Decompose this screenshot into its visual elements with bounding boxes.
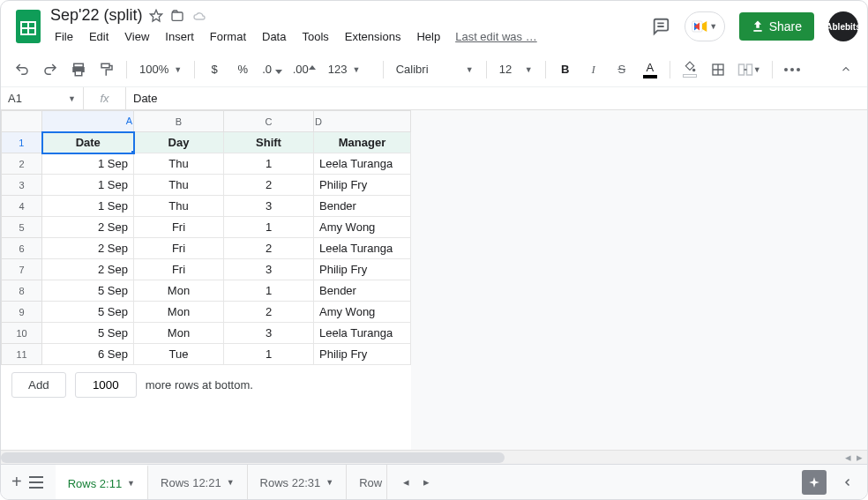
cell[interactable]: Tue <box>134 344 224 365</box>
meet-button[interactable]: ▼ <box>685 11 725 41</box>
cell[interactable]: 5 Sep <box>42 302 134 323</box>
row-header[interactable]: 5 <box>2 217 42 238</box>
cell[interactable]: Fri <box>134 238 224 259</box>
font-size-select[interactable]: 12▼ <box>494 57 538 82</box>
cell[interactable]: 6 Sep <box>42 344 134 365</box>
row-header[interactable]: 1 <box>2 132 42 153</box>
cell[interactable]: 2 Sep <box>42 259 134 280</box>
menu-data[interactable]: Data <box>256 26 292 47</box>
grid-scroll-area[interactable]: A B C D 1DateDayShiftManager21 SepThu1Le… <box>1 110 867 450</box>
chevron-down-icon[interactable]: ▼ <box>227 478 235 487</box>
strikethrough-button[interactable]: S <box>610 57 634 82</box>
cell[interactable]: Philip Fry <box>314 175 411 196</box>
menu-tools[interactable]: Tools <box>296 26 334 47</box>
cell[interactable]: 1 <box>224 280 314 302</box>
menu-format[interactable]: Format <box>204 26 252 47</box>
cell[interactable]: Bender <box>314 280 411 302</box>
select-all-corner[interactable] <box>2 111 42 132</box>
merge-cells-button[interactable]: ▼ <box>734 57 765 82</box>
row-header[interactable]: 8 <box>2 280 42 302</box>
cell[interactable]: 1 <box>224 153 314 175</box>
cell[interactable]: Leela Turanga <box>314 323 411 344</box>
last-edit-link[interactable]: Last edit was … <box>455 30 537 43</box>
cell[interactable]: 2 <box>224 175 314 196</box>
cell[interactable]: 1 <box>224 217 314 238</box>
tab-next-button[interactable]: ▸ <box>423 475 430 489</box>
zoom-select[interactable]: 100%▼ <box>134 57 187 82</box>
sheet-tab[interactable]: Row <box>347 465 387 500</box>
cell[interactable]: Date <box>42 132 134 153</box>
undo-button[interactable] <box>10 57 34 82</box>
cell[interactable]: 1 Sep <box>42 175 134 196</box>
cell[interactable]: Mon <box>134 302 224 323</box>
cell[interactable]: 3 <box>224 196 314 217</box>
italic-button[interactable]: I <box>581 57 606 82</box>
row-header[interactable]: 4 <box>2 196 42 217</box>
cell[interactable]: Mon <box>134 323 224 344</box>
chevron-down-icon[interactable]: ▼ <box>326 478 333 487</box>
cell[interactable]: 2 <box>224 238 314 259</box>
sheet-tab[interactable]: Rows 12:21▼ <box>148 465 248 500</box>
row-header[interactable]: 10 <box>2 323 42 344</box>
font-select[interactable]: Calibri▼ <box>391 57 479 82</box>
cell[interactable]: 1 <box>224 344 314 365</box>
doc-title[interactable]: Sep'22 (split) <box>50 6 142 25</box>
sheet-tab[interactable]: Rows 22:31▼ <box>248 465 348 500</box>
row-header[interactable]: 3 <box>2 175 42 196</box>
menu-view[interactable]: View <box>118 26 155 47</box>
row-header[interactable]: 2 <box>2 153 42 175</box>
sheet-tab[interactable]: Rows 2:11▼ <box>56 465 148 500</box>
cell[interactable]: Amy Wong <box>314 302 411 323</box>
menu-insert[interactable]: Insert <box>159 26 200 47</box>
side-panel-toggle[interactable] <box>834 477 862 488</box>
menu-extensions[interactable]: Extensions <box>339 26 408 47</box>
horizontal-scrollbar[interactable]: ◂ ▸ <box>1 450 867 464</box>
print-button[interactable] <box>66 57 91 82</box>
all-sheets-button[interactable] <box>29 476 43 489</box>
scroll-right-icon[interactable]: ▸ <box>857 451 863 464</box>
row-header[interactable]: 9 <box>2 302 42 323</box>
row-header[interactable]: 11 <box>2 344 42 365</box>
menu-edit[interactable]: Edit <box>83 26 115 47</box>
menu-file[interactable]: File <box>49 26 79 47</box>
selection-handle[interactable] <box>131 150 134 153</box>
percent-button[interactable]: % <box>230 57 255 82</box>
cloud-status-icon[interactable] <box>191 9 207 23</box>
formula-input[interactable]: Date <box>126 87 867 109</box>
account-avatar[interactable]: Ablebits <box>828 11 858 41</box>
col-header-B[interactable]: B <box>134 111 224 132</box>
add-rows-count-input[interactable] <box>75 372 137 398</box>
currency-button[interactable]: $ <box>202 57 227 82</box>
col-header-D[interactable]: D <box>314 111 411 132</box>
menu-help[interactable]: Help <box>410 26 446 47</box>
more-tools-button[interactable] <box>780 57 804 82</box>
scrollbar-thumb[interactable] <box>1 452 505 463</box>
cell[interactable]: Manager <box>314 132 411 153</box>
cell[interactable]: 2 <box>224 302 314 323</box>
explore-button[interactable] <box>802 470 827 495</box>
decrease-decimal-button[interactable]: .0 <box>258 57 285 82</box>
cell[interactable]: 3 <box>224 259 314 280</box>
col-header-C[interactable]: C <box>224 111 314 132</box>
col-header-A[interactable]: A <box>42 111 134 132</box>
text-color-button[interactable]: A <box>638 57 662 82</box>
scroll-left-icon[interactable]: ◂ <box>845 451 851 464</box>
number-format-select[interactable]: 123▼ <box>323 57 376 82</box>
cell[interactable]: 5 Sep <box>42 280 134 302</box>
cell[interactable]: 2 Sep <box>42 238 134 259</box>
cell[interactable]: Amy Wong <box>314 217 411 238</box>
chevron-down-icon[interactable]: ▼ <box>127 479 135 488</box>
app-logo[interactable] <box>10 6 47 47</box>
tab-prev-button[interactable]: ◂ <box>403 475 409 489</box>
toolbar-collapse-button[interactable] <box>834 57 858 82</box>
cell[interactable]: Leela Turanga <box>314 238 411 259</box>
add-sheet-button[interactable]: + <box>11 472 22 492</box>
comments-icon[interactable] <box>651 17 670 36</box>
fill-color-button[interactable] <box>677 57 702 82</box>
cell[interactable]: 1 Sep <box>42 196 134 217</box>
cell[interactable]: Philip Fry <box>314 259 411 280</box>
cell[interactable]: Philip Fry <box>314 344 411 365</box>
cell[interactable]: Shift <box>224 132 314 153</box>
cell[interactable]: Thu <box>134 196 224 217</box>
star-icon[interactable] <box>149 9 163 23</box>
